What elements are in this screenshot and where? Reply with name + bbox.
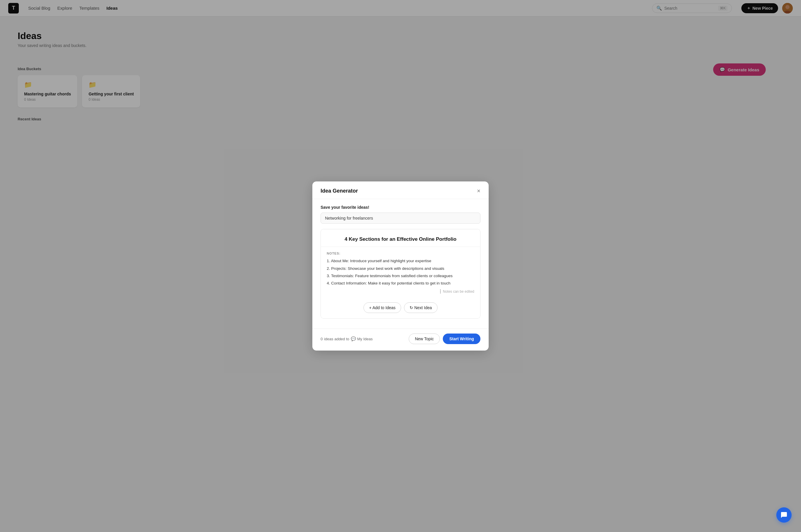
ideas-added-label: ideas added to xyxy=(324,337,349,341)
footer-actions: New Topic Start Writing xyxy=(409,334,480,344)
idea-card-title: 4 Key Sections for an Effective Online P… xyxy=(328,236,473,243)
chat-bubble-icon xyxy=(780,511,787,518)
next-idea-button[interactable]: ↻ Next Idea xyxy=(404,302,438,313)
notes-label: NOTES: xyxy=(327,252,474,255)
idea-card-actions: + Add to Ideas ↻ Next Idea xyxy=(321,298,480,318)
modal-close-button[interactable]: × xyxy=(477,188,480,194)
note-item-4: 4. Contact Information: Make it easy for… xyxy=(327,280,474,286)
notes-list: 1. About Me: Introduce yourself and high… xyxy=(327,258,474,286)
topic-input[interactable] xyxy=(321,213,480,224)
modal-overlay: Idea Generator × Save your favorite idea… xyxy=(0,0,801,532)
edit-icon: ┇ xyxy=(439,289,442,293)
idea-card-notes: NOTES: 1. About Me: Introduce yourself a… xyxy=(321,247,480,298)
modal-title: Idea Generator xyxy=(321,188,358,194)
idea-card-header: 4 Key Sections for an Effective Online P… xyxy=(321,229,480,247)
my-ideas-icon: 💬 xyxy=(351,337,356,341)
ideas-count: 0 ideas added to 💬 My Ideas xyxy=(321,337,372,341)
note-item-3: 3. Testimonials: Feature testimonials fr… xyxy=(327,273,474,279)
my-ideas-label: My Ideas xyxy=(357,337,373,341)
add-to-ideas-button[interactable]: + Add to Ideas xyxy=(363,302,401,313)
save-label: Save your favorite ideas! xyxy=(321,205,480,210)
add-icon: + Add to Ideas xyxy=(369,305,396,310)
note-item-1: 1. About Me: Introduce yourself and high… xyxy=(327,258,474,264)
idea-generator-modal: Idea Generator × Save your favorite idea… xyxy=(312,182,489,351)
notes-editable-hint: ┇ Notes can be edited xyxy=(327,289,474,293)
start-writing-button[interactable]: Start Writing xyxy=(443,334,480,344)
refresh-icon: ↻ Next Idea xyxy=(409,305,432,310)
notes-editable-text: Notes can be edited xyxy=(443,289,474,293)
modal-body: Save your favorite ideas! 4 Key Sections… xyxy=(312,199,489,329)
new-topic-button[interactable]: New Topic xyxy=(409,334,440,344)
ideas-added-number: 0 xyxy=(321,337,323,341)
note-item-2: 2. Projects: Showcase your best work wit… xyxy=(327,266,474,271)
modal-header: Idea Generator × xyxy=(312,182,489,199)
chat-bubble-button[interactable] xyxy=(776,507,791,522)
modal-footer: 0 ideas added to 💬 My Ideas New Topic St… xyxy=(312,328,489,350)
idea-card: 4 Key Sections for an Effective Online P… xyxy=(321,229,480,319)
